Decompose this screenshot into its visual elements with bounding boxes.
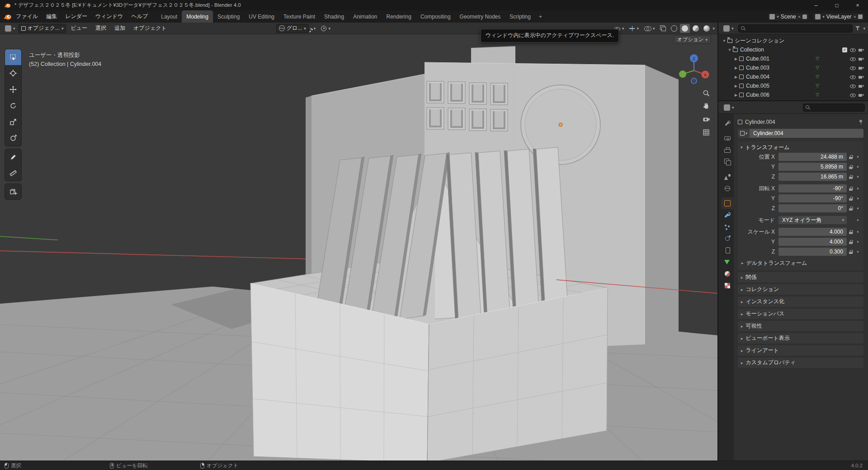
- expander-icon[interactable]: ▼: [726, 48, 733, 52]
- panel-viewport-display[interactable]: ▸ビューポート表示: [738, 333, 863, 343]
- expander-icon[interactable]: ▼: [721, 39, 727, 43]
- animate-dot-icon[interactable]: [855, 231, 861, 233]
- lock-icon[interactable]: [847, 228, 855, 235]
- shading-wireframe-button[interactable]: [669, 24, 679, 33]
- toggle-perspective-ortho-icon[interactable]: [702, 128, 711, 137]
- viewport-3d[interactable]: ▾ オブジェク...▾ ビュー 選択 追加 オブジェクト グロ...▾ ▾ ▾ …: [0, 23, 717, 461]
- panel-motion-paths[interactable]: ▸モーションパス: [738, 309, 863, 319]
- tab-texture[interactable]: [721, 280, 734, 291]
- rotate-tool[interactable]: [5, 98, 22, 114]
- rotation-mode-dropdown[interactable]: XYZ オイラー角▾: [778, 216, 847, 224]
- tab-material[interactable]: [721, 268, 734, 280]
- viewlayer-selector[interactable]: ▾ ViewLayer ×: [812, 12, 865, 21]
- lock-icon[interactable]: [847, 163, 855, 170]
- outliner-row-cube006[interactable]: ▶ Cube.006 ▽: [721, 90, 868, 99]
- menu-file[interactable]: ファイル: [12, 10, 42, 23]
- shading-dropdown-caret-icon[interactable]: ▾: [712, 26, 715, 31]
- outliner-row-cube003[interactable]: ▶ Cube.003 ▽: [721, 63, 868, 72]
- outliner-row-cube005[interactable]: ▶ Cube.005 ▽: [721, 81, 868, 90]
- toggle-xray[interactable]: [658, 24, 668, 33]
- menu-add[interactable]: 追加: [111, 23, 129, 34]
- disable-render-camera-icon[interactable]: [858, 56, 864, 62]
- expander-icon[interactable]: ▶: [733, 93, 739, 97]
- lock-icon[interactable]: [847, 173, 855, 180]
- tab-texture-paint[interactable]: Texture Paint: [279, 10, 320, 23]
- animate-dot-icon[interactable]: [855, 251, 861, 253]
- tab-uv-editing[interactable]: UV Editing: [244, 10, 279, 23]
- toggle-camera-view-icon[interactable]: [702, 115, 711, 124]
- lock-icon[interactable]: [847, 153, 855, 160]
- properties-search-input[interactable]: [813, 105, 864, 110]
- tab-animation[interactable]: Animation: [349, 10, 382, 23]
- hide-viewport-eye-icon[interactable]: [849, 83, 856, 89]
- blender-menu-logo-icon[interactable]: [3, 13, 12, 20]
- expander-icon[interactable]: ▶: [733, 57, 739, 61]
- object-id-icon-button[interactable]: ▾: [738, 129, 750, 138]
- viewport-zoom-icon[interactable]: [702, 89, 711, 98]
- scale-z-field[interactable]: 0.300: [778, 248, 847, 256]
- unlink-scene-icon[interactable]: ×: [798, 14, 801, 19]
- tab-output[interactable]: [721, 144, 734, 156]
- outliner-filter-caret-icon[interactable]: ▾: [863, 26, 865, 31]
- transform-panel-header[interactable]: ▾ トランスフォーム: [741, 142, 861, 152]
- rotation-x-field[interactable]: -90°: [778, 184, 847, 193]
- disable-render-camera-icon[interactable]: [858, 47, 864, 53]
- panel-relations[interactable]: ▸関係: [738, 272, 863, 282]
- menu-select[interactable]: 選択: [92, 23, 110, 34]
- animate-dot-icon[interactable]: [855, 197, 861, 199]
- collection-checkbox[interactable]: ✓: [842, 47, 847, 52]
- remove-viewlayer-icon[interactable]: ×: [854, 14, 856, 19]
- delta-transform-panel[interactable]: ▸ デルタトランスフォーム: [741, 258, 861, 268]
- outliner-search-input[interactable]: [748, 26, 853, 31]
- transform-orientation-dropdown[interactable]: グロ...▾: [276, 24, 309, 33]
- tab-compositing[interactable]: Compositing: [416, 10, 455, 23]
- tab-modifiers[interactable]: [721, 209, 734, 221]
- tab-view-layer[interactable]: [721, 156, 734, 168]
- scale-x-field[interactable]: 4.000: [778, 228, 847, 236]
- outliner-row-scene-collection[interactable]: ▼ シーンコレクション: [721, 36, 868, 45]
- animate-dot-icon[interactable]: [855, 207, 861, 209]
- menu-object[interactable]: オブジェクト: [130, 23, 170, 34]
- tab-sculpting[interactable]: Sculpting: [213, 10, 244, 23]
- maximize-icon[interactable]: □: [826, 0, 847, 10]
- lock-icon[interactable]: [847, 238, 855, 245]
- shading-material-button[interactable]: [691, 24, 701, 33]
- navigation-gizmo[interactable]: Z X: [677, 52, 711, 86]
- lock-icon[interactable]: [847, 195, 855, 202]
- editor-type-properties-icon[interactable]: ▾: [722, 103, 736, 112]
- menu-view[interactable]: ビュー: [67, 23, 91, 34]
- scale-y-field[interactable]: 4.000: [778, 238, 847, 246]
- tab-rendering[interactable]: Rendering: [382, 10, 416, 23]
- menu-help[interactable]: ヘルプ: [127, 10, 152, 23]
- new-viewlayer-icon[interactable]: [858, 14, 863, 19]
- show-gizmo-toggle[interactable]: ▾: [627, 24, 641, 33]
- viewport-options-button[interactable]: オプション▾: [674, 35, 711, 44]
- snap-toggle[interactable]: ▾: [310, 24, 318, 33]
- hide-viewport-eye-icon[interactable]: [849, 74, 856, 80]
- add-workspace-button[interactable]: +: [535, 10, 546, 23]
- mode-dropdown[interactable]: オブジェク...▾: [19, 24, 66, 33]
- tab-particles[interactable]: [721, 221, 734, 233]
- tab-modeling[interactable]: Modeling: [182, 10, 213, 23]
- disable-render-camera-icon[interactable]: [858, 92, 864, 98]
- filter-funnel-icon[interactable]: [855, 25, 861, 31]
- tab-geometry-nodes[interactable]: Geometry Nodes: [455, 10, 505, 23]
- outliner-row-cube004[interactable]: ▶ Cube.004 ▽: [721, 72, 868, 81]
- lock-icon[interactable]: [847, 185, 855, 192]
- tab-data[interactable]: [721, 256, 734, 268]
- tab-scene[interactable]: [721, 171, 734, 183]
- expander-icon[interactable]: ▶: [733, 66, 739, 70]
- object-name-field[interactable]: Cylinder.004: [750, 129, 863, 138]
- disable-render-camera-icon[interactable]: [858, 83, 864, 89]
- minimize-icon[interactable]: –: [806, 0, 826, 10]
- editor-type-outliner-icon[interactable]: ▾: [721, 24, 736, 33]
- panel-visibility[interactable]: ▸可視性: [738, 321, 863, 331]
- transform-tool[interactable]: [5, 130, 22, 146]
- expander-icon[interactable]: ▶: [733, 84, 739, 88]
- disable-render-camera-icon[interactable]: [858, 65, 864, 71]
- pin-icon[interactable]: [858, 119, 863, 125]
- cursor-tool[interactable]: [5, 65, 22, 81]
- viewport-pan-hand-icon[interactable]: [702, 102, 711, 111]
- panel-line-art[interactable]: ▸ラインアート: [738, 345, 863, 356]
- animate-dot-icon[interactable]: [855, 156, 861, 158]
